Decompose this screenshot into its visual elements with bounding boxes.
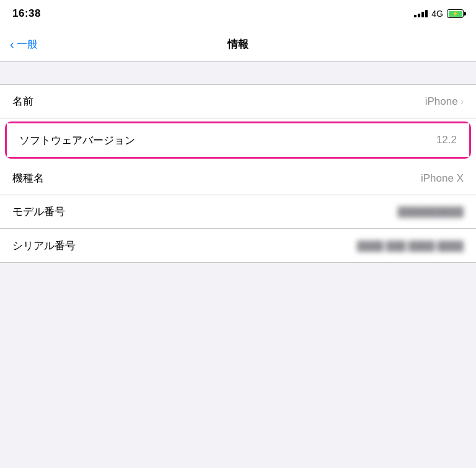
nav-bar: ‹ 一般 情報 <box>0 27 476 62</box>
page-title: 情報 <box>227 37 249 51</box>
battery-icon: ⚡ <box>447 9 464 18</box>
signal-bar-4 <box>425 10 428 17</box>
table-row-serial[interactable]: シリアル番号 ████ ███ ████ ████ <box>0 229 476 262</box>
battery-body: ⚡ <box>447 9 464 18</box>
status-bar: 16:38 4G ⚡ <box>0 0 476 27</box>
row-label-name: 名前 <box>12 94 33 108</box>
signal-bar-3 <box>421 12 424 17</box>
battery-bolt-icon: ⚡ <box>452 11 459 17</box>
highlighted-row-wrapper: ソフトウェアバージョン 12.2 <box>0 118 476 162</box>
status-time: 16:38 <box>12 7 41 20</box>
chevron-right-icon: › <box>461 96 464 107</box>
row-label-model-number: モデル番号 <box>12 205 65 219</box>
top-separator <box>0 62 476 84</box>
network-type-label: 4G <box>431 9 443 19</box>
signal-bar-2 <box>418 14 420 17</box>
table-row[interactable]: 名前 iPhone › <box>0 85 476 118</box>
table-row-software[interactable]: ソフトウェアバージョン 12.2 <box>7 123 469 157</box>
row-value-name: iPhone › <box>425 95 464 108</box>
highlight-border: ソフトウェアバージョン 12.2 <box>5 121 471 159</box>
row-value-serial: ████ ███ ████ ████ <box>357 241 464 251</box>
row-label-serial: シリアル番号 <box>12 239 76 253</box>
row-value-model-name: iPhone X <box>421 172 464 185</box>
signal-bar-1 <box>414 15 416 17</box>
row-label-model-name: 機種名 <box>12 171 44 185</box>
row-value-software: 12.2 <box>436 134 457 146</box>
settings-group: 名前 iPhone › ソフトウェアバージョン 12.2 機種名 iPhone … <box>0 84 476 263</box>
table-row-model-name[interactable]: 機種名 iPhone X <box>0 162 476 195</box>
back-label: 一般 <box>17 37 38 51</box>
row-label-software: ソフトウェアバージョン <box>19 133 135 148</box>
status-right-icons: 4G ⚡ <box>414 9 464 19</box>
back-chevron-icon: ‹ <box>10 38 14 50</box>
row-value-model-number: ██████████ <box>398 206 464 217</box>
back-button[interactable]: ‹ 一般 <box>10 37 38 51</box>
signal-bars-icon <box>414 10 428 17</box>
table-row-model-number[interactable]: モデル番号 ██████████ <box>0 195 476 229</box>
